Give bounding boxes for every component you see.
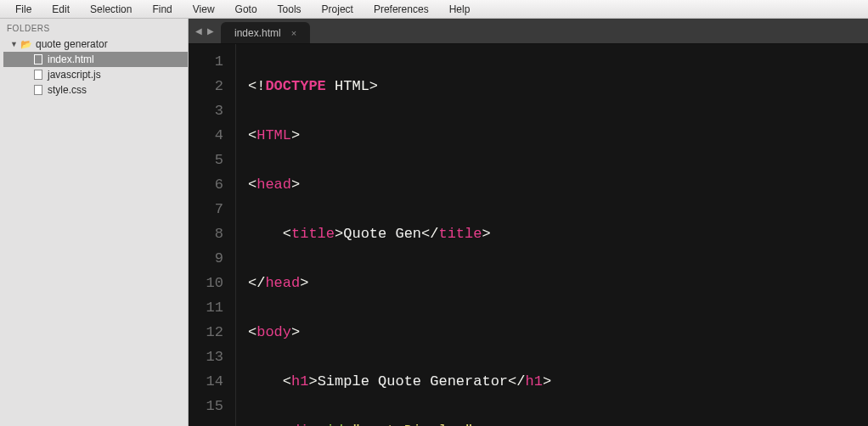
line-number: 6 bbox=[189, 172, 223, 197]
menubar: File Edit Selection Find View Goto Tools… bbox=[0, 0, 868, 19]
folder-icon bbox=[20, 39, 32, 49]
code-line: <body> bbox=[248, 320, 690, 345]
menu-goto[interactable]: Goto bbox=[225, 1, 268, 18]
line-number: 11 bbox=[189, 295, 223, 320]
menu-edit[interactable]: Edit bbox=[42, 1, 80, 18]
code-line: <head> bbox=[248, 172, 690, 197]
code-line: <h1>Simple Quote Generator</h1> bbox=[248, 369, 690, 394]
file-icon bbox=[32, 54, 44, 64]
nav-forward-icon[interactable]: ▶ bbox=[207, 26, 214, 36]
file-javascript-js[interactable]: javascript.js bbox=[3, 67, 188, 82]
sidebar: FOLDERS ▼ quote generator index.html jav… bbox=[0, 19, 189, 426]
menu-project[interactable]: Project bbox=[312, 1, 364, 18]
menu-file[interactable]: File bbox=[5, 1, 42, 18]
menu-view[interactable]: View bbox=[183, 1, 225, 18]
main-area: FOLDERS ▼ quote generator index.html jav… bbox=[0, 19, 868, 426]
code-line: <title>Quote Gen</title> bbox=[248, 221, 690, 246]
line-number: 12 bbox=[189, 320, 223, 345]
code-line: </head> bbox=[248, 271, 690, 295]
line-number: 13 bbox=[189, 345, 223, 369]
nav-back-icon[interactable]: ◀ bbox=[195, 26, 202, 36]
line-number: 4 bbox=[189, 123, 223, 148]
folders-header: FOLDERS bbox=[0, 22, 188, 36]
code-content[interactable]: <!DOCTYPE HTML> <HTML> <head> <title>Quo… bbox=[236, 44, 690, 426]
line-number: 14 bbox=[189, 369, 223, 394]
line-number: 10 bbox=[189, 271, 223, 295]
file-label: style.css bbox=[48, 84, 87, 96]
tabbar: ◀ ▶ index.html × bbox=[189, 19, 868, 44]
tab-nav: ◀ ▶ bbox=[189, 19, 221, 43]
line-number: 9 bbox=[189, 246, 223, 271]
menu-find[interactable]: Find bbox=[142, 1, 182, 18]
line-number: 3 bbox=[189, 98, 223, 123]
editor: ◀ ▶ index.html × 1 2 3 4 5 6 7 8 9 10 11 bbox=[189, 19, 868, 426]
file-label: index.html bbox=[48, 53, 94, 65]
line-number: 8 bbox=[189, 221, 223, 246]
line-number: 15 bbox=[189, 394, 223, 418]
menu-preferences[interactable]: Preferences bbox=[364, 1, 439, 18]
file-index-html[interactable]: index.html bbox=[3, 52, 188, 67]
line-number-gutter: 1 2 3 4 5 6 7 8 9 10 11 12 13 14 15 bbox=[189, 44, 236, 426]
code-area[interactable]: 1 2 3 4 5 6 7 8 9 10 11 12 13 14 15 <!DO… bbox=[189, 44, 868, 426]
close-icon[interactable]: × bbox=[291, 28, 296, 38]
menu-tools[interactable]: Tools bbox=[268, 1, 312, 18]
menu-selection[interactable]: Selection bbox=[80, 1, 142, 18]
line-number: 1 bbox=[189, 49, 223, 74]
line-number: 5 bbox=[189, 148, 223, 172]
line-number: 7 bbox=[189, 197, 223, 221]
folder-root[interactable]: ▼ quote generator bbox=[3, 36, 188, 52]
code-line: <div id="quoteDisplay"> bbox=[248, 418, 690, 426]
code-line: <!DOCTYPE HTML> bbox=[248, 74, 690, 98]
line-number: 2 bbox=[189, 74, 223, 98]
tab-label: index.html bbox=[234, 27, 281, 39]
code-line: <HTML> bbox=[248, 123, 690, 148]
folder-label: quote generator bbox=[36, 38, 108, 50]
tab-index-html[interactable]: index.html × bbox=[221, 22, 310, 43]
file-tree: ▼ quote generator index.html javascript.… bbox=[0, 36, 188, 98]
menu-help[interactable]: Help bbox=[439, 1, 481, 18]
chevron-down-icon: ▼ bbox=[10, 40, 17, 48]
file-label: javascript.js bbox=[48, 69, 101, 81]
file-icon bbox=[32, 70, 44, 80]
file-icon bbox=[32, 85, 44, 95]
file-style-css[interactable]: style.css bbox=[3, 82, 188, 98]
